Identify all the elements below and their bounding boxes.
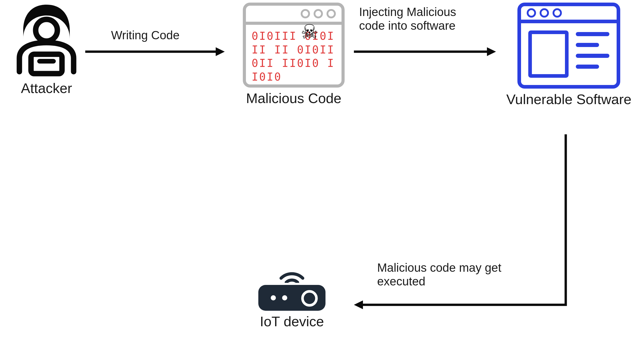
svg-rect-1 (31, 54, 62, 74)
iot-led-icon (282, 295, 287, 300)
svg-point-0 (36, 19, 57, 41)
malicious-code-window-icon: 0I0III 0I0III II 0I0II 0II II0I0 II0I0 ☠ (243, 3, 345, 88)
software-window-icon (517, 3, 620, 89)
arrow-malicious-to-software (354, 45, 496, 58)
node-malicious-code: 0I0III 0I0III II 0I0II 0II II0I0 II0I0 ☠… (243, 3, 345, 106)
edge-label-writing-code: Writing Code (111, 28, 180, 42)
svg-marker-7 (354, 300, 363, 309)
malicious-code-label: Malicious Code (246, 90, 341, 106)
iot-router-icon (258, 267, 325, 311)
iot-device-label: IoT device (260, 313, 324, 329)
iot-box-icon (258, 285, 325, 311)
software-body (521, 23, 617, 85)
skull-icon: ☠ (301, 20, 318, 43)
wifi-icon (276, 267, 307, 283)
software-line-icon (576, 65, 599, 69)
node-iot-device: IoT device (258, 267, 325, 329)
edge-label-injecting-line1: Injecting Malicious (359, 5, 456, 19)
software-line-icon (576, 32, 609, 36)
vulnerable-software-label: Vulnerable Software (506, 91, 631, 107)
window-dot-icon (527, 8, 536, 18)
edge-label-injecting: Injecting Malicious code into software (359, 5, 456, 33)
node-vulnerable-software: Vulnerable Software (506, 3, 631, 107)
attacker-label: Attacker (21, 80, 72, 96)
window-dot-icon (301, 9, 310, 18)
window-titlebar (246, 6, 342, 25)
window-dot-icon (540, 8, 549, 18)
hooded-hacker-icon (8, 0, 85, 77)
node-attacker: Attacker (8, 0, 85, 96)
edge-label-injecting-line2: code into software (359, 19, 455, 32)
iot-led-icon (271, 295, 276, 300)
window-dot-icon (314, 9, 323, 18)
arrow-attacker-to-malicious (85, 45, 225, 58)
software-lines (576, 30, 609, 78)
software-line-icon (576, 54, 609, 58)
arrow-software-to-iot (351, 134, 571, 310)
window-dot-icon (553, 8, 562, 18)
malicious-code-text: 0I0III 0I0III II 0I0II 0II II0I0 II0I0 (246, 25, 342, 84)
svg-marker-4 (216, 47, 225, 56)
window-titlebar (521, 6, 617, 23)
window-dot-icon (327, 9, 336, 18)
svg-marker-6 (487, 47, 496, 56)
software-rect-icon (528, 30, 569, 78)
iot-power-icon (301, 290, 318, 307)
software-line-icon (576, 43, 599, 47)
